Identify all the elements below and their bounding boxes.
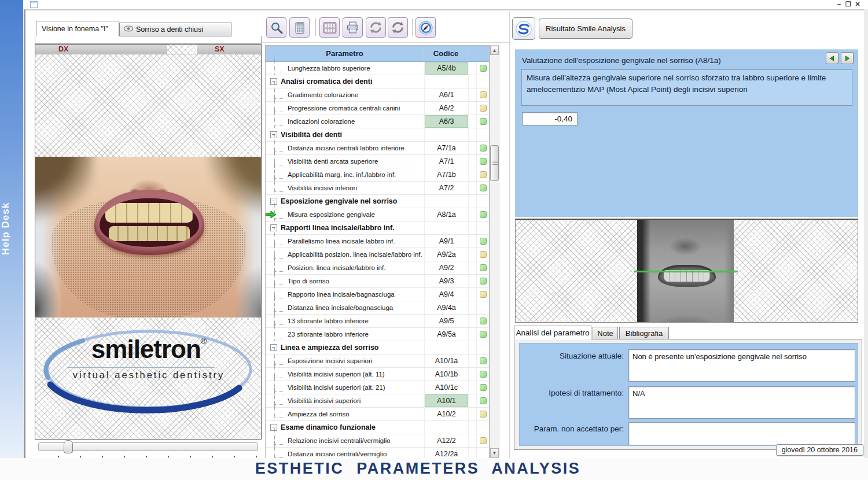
- ipotesi-trattamento-field[interactable]: N/A: [628, 386, 855, 419]
- parameter-row[interactable]: Applicabilità posizion. linea incisale/l…: [266, 248, 489, 261]
- status-indicator: [480, 91, 487, 98]
- parameter-row[interactable]: Relazione incisivi centrali/vermiglioA12…: [266, 434, 489, 448]
- tab-label: Visione in fonema "I": [42, 25, 108, 33]
- status-indicator: [480, 317, 487, 324]
- scroll-up-arrow[interactable]: ▲: [490, 46, 499, 55]
- parameter-group-row[interactable]: −Visibilità dei denti: [266, 128, 489, 142]
- calculator-button[interactable]: [289, 17, 310, 38]
- parameter-label: Distanza incisivi centrali/vermiglio: [288, 451, 424, 457]
- param-non-accettato-field[interactable]: [628, 422, 855, 445]
- parameter-row[interactable]: Ampiezza del sorrisoA10/2: [266, 408, 489, 421]
- scroll-down-arrow[interactable]: ▼: [490, 448, 499, 457]
- parameter-label: Posizion. linea incisale/labbro inf.: [288, 264, 424, 271]
- scrollbar-thumb[interactable]: [490, 145, 499, 181]
- refresh-button[interactable]: [366, 17, 386, 38]
- parameter-value-field[interactable]: -0,40: [522, 112, 578, 125]
- parameter-row[interactable]: Visibilità incisivi superioriA10/1: [266, 394, 489, 408]
- parameter-label: 13 sfiorante labbro inferiore: [288, 317, 424, 324]
- parameter-row[interactable]: Progressione cromatica centrali caniniA6…: [266, 102, 489, 115]
- tab-note[interactable]: Note: [593, 327, 618, 339]
- tab-visione-fonema[interactable]: Visione in fonema "I": [36, 21, 119, 36]
- print-button[interactable]: [343, 17, 363, 38]
- parameter-row[interactable]: Visibilità incisivi inferioriA7/2: [266, 182, 489, 195]
- window-title-bar: [0, 0, 868, 9]
- status-indicator: [480, 264, 487, 271]
- smiletron-s-button[interactable]: [512, 17, 535, 40]
- parameter-row[interactable]: 23 sfiorante labbro inferioreA9/5a: [266, 328, 489, 341]
- next-parameter-button[interactable]: [841, 52, 854, 64]
- parameter-label: Misura esposizione gengivale: [288, 211, 424, 218]
- parameter-label: Distanza incisivi centrali labbro inferi…: [288, 145, 424, 152]
- collapse-icon[interactable]: −: [270, 344, 277, 351]
- restore-button[interactable]: ❐: [844, 1, 853, 8]
- parameter-row[interactable]: Lunghezza labbro superioreA5/4b: [266, 62, 489, 75]
- photo-zoom-slider-thumb[interactable]: [64, 440, 73, 453]
- collapse-icon[interactable]: −: [270, 424, 277, 431]
- parameter-row[interactable]: Applicabilità marg. inc. inf./labbro inf…: [266, 168, 489, 182]
- code-cell: A7/1a: [424, 142, 468, 154]
- situazione-attuale-field[interactable]: Non è presente un'esposizione gengivale …: [628, 349, 855, 382]
- parameter-row[interactable]: Indicazioni colorazioneA6/3: [266, 115, 489, 128]
- column-header-codice[interactable]: Codice: [424, 46, 468, 61]
- column-header-parametro[interactable]: Parametro: [266, 46, 424, 61]
- status-indicator: [480, 357, 487, 364]
- parameter-row[interactable]: Parallelismo linea incisale labbro inf.A…: [266, 235, 489, 248]
- code-cell: A9/4: [424, 288, 468, 301]
- photo-lower-teeth: [109, 226, 190, 241]
- parameter-row[interactable]: Posizion. linea incisale/labbro inf.A9/2: [266, 261, 489, 275]
- parameter-row[interactable]: Visibilità denti arcata superioreA7/1: [266, 155, 489, 168]
- parameter-row[interactable]: Visibilità incisivi superiori (alt. 11)A…: [266, 368, 489, 381]
- parameter-label: Parallelismo linea incisale labbro inf.: [288, 238, 424, 245]
- parameter-row[interactable]: Tipo di sorrisoA9/3: [266, 275, 489, 288]
- parameter-group-row[interactable]: −Esposizione gengivale nel sorriso: [266, 195, 489, 208]
- parameter-row[interactable]: Esposizione incisivi superioriA10/1a: [266, 355, 489, 368]
- parameter-group-row[interactable]: −Analisi cromatica dei denti: [266, 75, 489, 88]
- parameter-group-row[interactable]: −Rapporti linea incisale/labbro inf.: [266, 221, 489, 235]
- parameter-table-rows: Lunghezza labbro superioreA5/4b−Analisi …: [266, 62, 489, 458]
- help-desk-sidebar[interactable]: Help Desk: [0, 0, 23, 458]
- parameter-row[interactable]: 13 sfiorante labbro inferioreA9/5: [266, 315, 489, 328]
- risultato-smile-analysis-button[interactable]: Risultato Smile Analysis: [539, 19, 632, 39]
- orientation-bar: DX SX: [35, 45, 261, 54]
- parameter-group-row[interactable]: −Esame dinamico funzionale: [266, 421, 489, 434]
- close-button[interactable]: ✕: [853, 1, 862, 8]
- parameter-row[interactable]: Distanza incisivi centrali/vermiglioA12/…: [266, 448, 489, 458]
- print-icon: [345, 20, 360, 35]
- teeth-view-button[interactable]: [319, 17, 340, 38]
- collapse-icon[interactable]: −: [270, 78, 277, 85]
- parameter-label: Ampiezza del sorriso: [288, 411, 424, 418]
- code-cell: A10/1c: [424, 381, 468, 394]
- compass-button[interactable]: [415, 17, 436, 38]
- parameter-row[interactable]: Distanza linea incisale/bagnasciugaA9/4a: [266, 301, 489, 315]
- parameter-row[interactable]: Rapporto linea incisale/bagnasciugaA9/4: [266, 288, 489, 301]
- parameter-group-row[interactable]: −Linea e ampiezza del sorriso: [266, 341, 489, 355]
- parameter-label: Visibilità denti arcata superiore: [288, 158, 424, 165]
- table-scrollbar[interactable]: ▲ ▼: [490, 45, 499, 458]
- collapse-icon[interactable]: −: [270, 131, 277, 138]
- parameter-row[interactable]: Misura esposizione gengivaleA8/1a: [266, 208, 489, 221]
- orientation-dx-label: DX: [58, 45, 68, 53]
- compass-icon: [418, 20, 433, 35]
- zoom-tool-button[interactable]: [266, 17, 286, 38]
- parameter-label: Visibilità incisivi superiori: [288, 397, 424, 404]
- parameter-row[interactable]: Visibilità incisivi superiori (alt. 21)A…: [266, 381, 489, 394]
- orientation-sx-label: SX: [215, 45, 225, 53]
- parameter-row[interactable]: Gradimento colorazioneA6/1: [266, 88, 489, 102]
- code-cell: A10/1b: [424, 368, 468, 381]
- collapse-icon[interactable]: −: [270, 198, 277, 205]
- patient-photo-panel[interactable]: DX SX smiletron® virtual aesthetic denti…: [35, 44, 262, 440]
- parameter-row[interactable]: Distanza incisivi centrali labbro inferi…: [266, 142, 489, 155]
- tab-bibliografia[interactable]: Bibliografia: [619, 327, 669, 339]
- collapse-icon[interactable]: −: [270, 224, 277, 231]
- status-indicator: [480, 371, 487, 378]
- parameter-label: Tipo di sorriso: [288, 278, 424, 285]
- sync-button[interactable]: [388, 17, 408, 38]
- prev-arrow-icon: [829, 55, 836, 62]
- status-indicator: [480, 397, 487, 404]
- tab-sorriso-denti-chiusi[interactable]: Sorriso a denti chiusi: [119, 23, 231, 36]
- minimize-button[interactable]: –: [834, 1, 844, 8]
- code-cell: A10/2: [424, 408, 468, 420]
- tab-analisi-del-parametro[interactable]: Analisi del parametro: [514, 326, 591, 339]
- previous-parameter-button[interactable]: [826, 52, 838, 64]
- status-indicator: [480, 211, 487, 218]
